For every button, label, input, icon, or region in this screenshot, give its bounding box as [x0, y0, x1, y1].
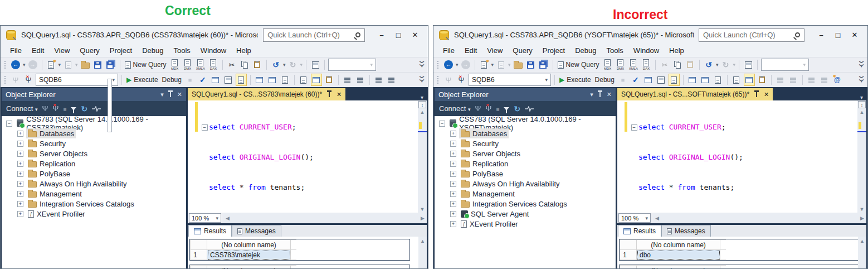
editor-horizontal-scrollbar[interactable]: ◀ ▶ [653, 213, 866, 223]
new-file-dropdown[interactable] [58, 62, 61, 68]
refresh-icon[interactable] [81, 104, 87, 113]
toolbar-grip[interactable] [437, 75, 440, 85]
stop-icon[interactable] [496, 104, 499, 113]
toolbar-combo-empty[interactable] [328, 59, 376, 71]
expand-icon[interactable]: + [17, 131, 23, 137]
tab-results[interactable]: Results [618, 225, 661, 237]
row-number[interactable]: 1 [191, 250, 207, 260]
close-panel-icon[interactable]: ✕ [607, 91, 612, 98]
activity-monitor-icon[interactable] [525, 106, 534, 112]
cancel-query-button[interactable] [617, 74, 628, 86]
toolbar-grip[interactable] [4, 75, 7, 85]
query-document-tab[interactable]: SQLQuery1.sql - CS...SS783\matejek (60))… [188, 88, 345, 100]
close-button[interactable] [407, 31, 423, 40]
splitter-grip-icon[interactable]: ↕ [858, 101, 866, 108]
open-file-button[interactable] [513, 59, 524, 71]
new-project-button[interactable] [495, 59, 506, 71]
results-to-text-button[interactable] [298, 74, 309, 86]
save-button[interactable] [525, 59, 537, 71]
stop-icon[interactable] [63, 104, 66, 113]
toolbar-overflow-button[interactable] [419, 62, 426, 68]
undo-dropdown[interactable] [716, 62, 719, 68]
new-query-button[interactable]: New Query [124, 59, 168, 71]
display-estimated-plan-button[interactable] [210, 74, 221, 86]
save-button[interactable] [92, 59, 104, 71]
menu-query[interactable]: Query [75, 46, 104, 55]
object-explorer-header[interactable]: Object Explorer ✕ [435, 88, 616, 101]
undo-button[interactable] [270, 59, 281, 71]
tree-node-sql-server-agent[interactable]: +SQL Server Agent [435, 209, 616, 219]
menu-file[interactable]: File [438, 46, 460, 55]
tree-node-server-objects[interactable]: +Server Objects [435, 148, 616, 158]
pin-icon[interactable] [599, 92, 601, 97]
change-connection-button[interactable] [456, 74, 467, 86]
pin-icon[interactable] [329, 92, 330, 97]
tree-node-security[interactable]: +Security [435, 138, 616, 148]
save-all-button[interactable] [538, 59, 549, 71]
connect-button[interactable]: Connect [6, 104, 38, 113]
tree-node-server-objects[interactable]: +Server Objects [2, 148, 186, 158]
query-options-button[interactable] [223, 74, 234, 86]
splitter-grip-icon[interactable]: ↕ [418, 101, 426, 108]
intellisense-toggle-button[interactable] [669, 74, 680, 86]
copy-button[interactable] [672, 59, 683, 71]
dax-query-button[interactable]: DAX [641, 59, 652, 71]
menu-help[interactable]: Help [664, 46, 689, 55]
redo-button[interactable] [720, 59, 732, 71]
query-document-tab[interactable]: SQLQuery1.sql - CS...SOFT\matejek (65))*… [617, 88, 773, 100]
object-explorer-header[interactable]: Object Explorer ✕ [2, 88, 186, 101]
redo-dropdown[interactable] [300, 62, 303, 68]
expand-icon[interactable]: + [450, 141, 456, 147]
result-cell[interactable]: dbo [637, 250, 720, 260]
menu-window[interactable]: Window [628, 46, 664, 55]
open-file-button[interactable] [80, 59, 91, 71]
pin-icon[interactable] [756, 92, 757, 97]
disconnect-icon[interactable] [485, 104, 491, 113]
expand-icon[interactable]: + [450, 151, 456, 157]
menu-project[interactable]: Project [538, 46, 570, 55]
tab-list-dropdown-icon[interactable] [421, 94, 427, 100]
tree-node-server[interactable]: − CSS783 (SQL Server 14.0.1000.169 - YSO… [435, 118, 616, 128]
cancel-query-button[interactable] [184, 74, 196, 86]
menu-tools[interactable]: Tools [169, 46, 196, 55]
redo-button[interactable] [287, 59, 299, 71]
collapse-icon[interactable]: − [6, 121, 12, 127]
quick-launch-box[interactable]: Quick Launch (Ctrl+Q) [699, 28, 804, 42]
intellisense-toggle-button[interactable] [236, 74, 247, 86]
expand-icon[interactable]: + [17, 171, 23, 177]
live-query-stats-button[interactable] [267, 74, 278, 86]
new-file-button[interactable] [46, 59, 57, 71]
database-combobox[interactable]: SQDB6 [469, 74, 551, 86]
scroll-down-icon[interactable]: ▼ [420, 206, 425, 213]
maximize-button[interactable] [390, 31, 407, 40]
zoom-combobox[interactable]: 100 % [618, 213, 651, 223]
debug-button[interactable]: Debug [161, 74, 183, 86]
expand-icon[interactable]: + [450, 131, 456, 137]
paste-button[interactable] [685, 59, 696, 71]
menu-view[interactable]: View [49, 46, 75, 55]
scroll-up-icon[interactable]: ▲ [420, 109, 425, 116]
activity-monitor-button[interactable] [310, 59, 321, 71]
editor-vertical-scrollbar[interactable]: ↕ ▲ ▼ [857, 100, 866, 213]
execute-button[interactable]: Execute [125, 74, 159, 86]
results-to-grid-button[interactable] [744, 74, 755, 86]
toolbar-overflow-button[interactable] [419, 77, 426, 83]
tree-node-replication[interactable]: +Replication [435, 158, 616, 169]
tab-list-dropdown-icon[interactable] [860, 94, 866, 100]
tree-node-xevent-profiler[interactable]: +ƒXEvent Profiler [2, 209, 186, 219]
scroll-down-icon[interactable]: ▼ [860, 206, 865, 213]
tree-node-replication[interactable]: +Replication [2, 158, 186, 169]
column-header[interactable]: (No column name) [637, 266, 720, 269]
client-stats-button[interactable] [713, 74, 724, 86]
new-project-dropdown[interactable] [508, 62, 511, 68]
expand-icon[interactable]: + [17, 141, 23, 147]
specify-values-button[interactable] [832, 74, 843, 86]
client-stats-button[interactable] [280, 74, 291, 86]
column-header[interactable]: (No column name) [207, 266, 291, 269]
parse-button[interactable] [197, 74, 208, 86]
toolbar-grip[interactable] [4, 60, 7, 70]
live-query-stats-button[interactable] [700, 74, 711, 86]
editor-code[interactable]: − select CURRENT_USER; select ORIGINAL_L… [630, 100, 857, 213]
expand-icon[interactable]: + [450, 161, 456, 167]
minimize-button[interactable] [813, 31, 830, 40]
